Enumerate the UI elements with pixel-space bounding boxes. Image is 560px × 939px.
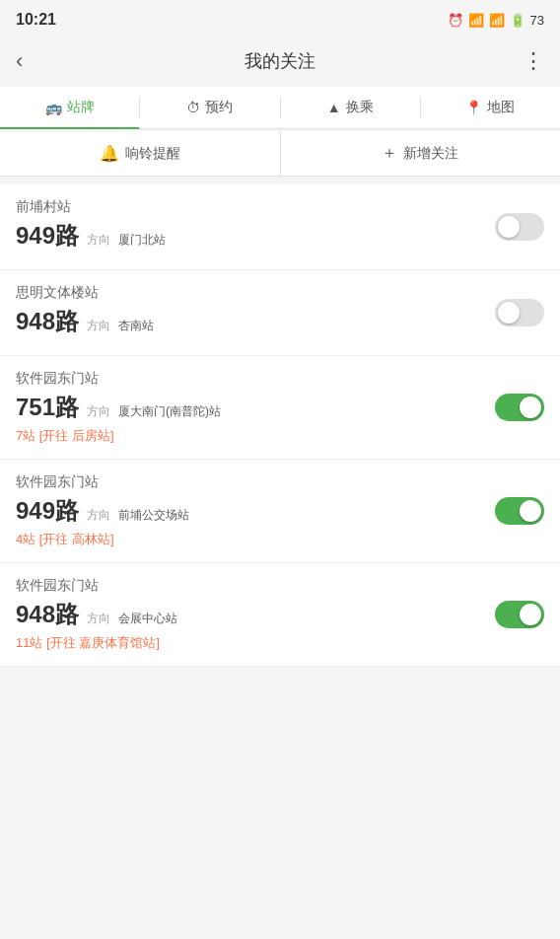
list-item: 软件园东门站949路方向前埔公交场站4站 [开往 高林站] <box>0 460 560 563</box>
tab-reservation[interactable]: ⏱ 预约 <box>140 87 279 128</box>
tab-stations-label: 站牌 <box>67 99 95 116</box>
list-item: 思明文体楼站948路方向杏南站 <box>0 270 560 356</box>
item-direction-label-1: 方向 <box>87 232 110 249</box>
item-status-4: 4站 [开往 高林站] <box>16 531 483 548</box>
signal-icon: 📶 <box>489 13 505 28</box>
status-time: 10:21 <box>16 11 56 29</box>
item-direction-label-3: 方向 <box>87 403 110 420</box>
tab-transfer-label: 换乘 <box>346 99 374 116</box>
item-status-5: 11站 [开往 嘉庚体育馆站] <box>16 634 483 652</box>
bell-reminder-button[interactable]: 🔔 响铃提醒 <box>0 131 281 176</box>
item-content-4: 软件园东门站949路方向前埔公交场站4站 [开往 高林站] <box>16 473 483 548</box>
item-direction-label-4: 方向 <box>87 507 110 524</box>
item-content-2: 思明文体楼站948路方向杏南站 <box>16 284 483 341</box>
item-direction-3: 厦大南门(南普陀)站 <box>118 403 221 420</box>
tab-map-label: 地图 <box>487 99 515 116</box>
item-station-4: 软件园东门站 <box>16 473 483 491</box>
item-route-row-2: 948路方向杏南站 <box>16 306 483 337</box>
toggle-3[interactable] <box>495 394 544 421</box>
item-direction-4: 前埔公交场站 <box>118 507 189 524</box>
item-route-row-3: 751路方向厦大南门(南普陀)站 <box>16 392 483 423</box>
bell-label: 响铃提醒 <box>125 145 180 163</box>
battery-icon: 🔋 <box>510 13 525 28</box>
item-route-row-1: 949路方向厦门北站 <box>16 220 483 252</box>
item-content-3: 软件园东门站751路方向厦大南门(南普陀)站7站 [开往 后房站] <box>16 370 483 445</box>
item-route-num-4: 949路 <box>16 495 79 527</box>
alarm-icon: ⏰ <box>448 13 463 28</box>
item-station-2: 思明文体楼站 <box>16 284 483 302</box>
back-button[interactable]: ‹ <box>16 48 47 74</box>
toggle-1[interactable] <box>495 213 544 241</box>
follow-list: 前埔村站949路方向厦门北站思明文体楼站948路方向杏南站软件园东门站751路方… <box>0 184 560 667</box>
toggle-knob-5 <box>520 604 541 625</box>
item-station-5: 软件园东门站 <box>16 577 483 595</box>
item-route-row-5: 948路方向会展中心站 <box>16 599 483 630</box>
item-direction-label-2: 方向 <box>87 318 110 334</box>
toggle-knob-2 <box>498 302 520 324</box>
action-bar: 🔔 响铃提醒 ＋ 新增关注 <box>0 131 560 177</box>
status-icons: ⏰ 📶 📶 🔋 73 <box>448 13 544 28</box>
page-title: 我的关注 <box>245 49 315 73</box>
toggle-knob-3 <box>520 397 541 418</box>
tab-reservation-label: 预约 <box>205 99 233 116</box>
toggle-4[interactable] <box>495 497 544 525</box>
tab-stations[interactable]: 🚌 站牌 <box>0 87 139 128</box>
battery-level: 73 <box>530 13 544 28</box>
item-route-num-2: 948路 <box>16 306 79 337</box>
item-route-row-4: 949路方向前埔公交场站 <box>16 495 483 527</box>
map-icon: 📍 <box>465 100 482 115</box>
item-route-num-1: 949路 <box>16 220 79 252</box>
list-item: 软件园东门站948路方向会展中心站11站 [开往 嘉庚体育馆站] <box>0 563 560 667</box>
toggle-knob-1 <box>498 216 520 238</box>
item-direction-label-5: 方向 <box>87 611 110 627</box>
list-item: 软件园东门站751路方向厦大南门(南普陀)站7站 [开往 后房站] <box>0 356 560 460</box>
transfer-icon: ▲ <box>327 100 341 115</box>
add-icon: ＋ <box>382 143 397 164</box>
item-content-5: 软件园东门站948路方向会展中心站11站 [开往 嘉庚体育馆站] <box>16 577 483 652</box>
status-bar: 10:21 ⏰ 📶 📶 🔋 73 <box>0 0 560 36</box>
item-route-num-5: 948路 <box>16 599 79 630</box>
stations-icon: 🚌 <box>45 100 62 115</box>
toggle-knob-4 <box>520 500 541 522</box>
wifi-icon: 📶 <box>468 13 484 28</box>
item-content-1: 前埔村站949路方向厦门北站 <box>16 198 483 255</box>
reservation-icon: ⏱ <box>186 100 200 115</box>
tab-transfer[interactable]: ▲ 换乘 <box>281 87 420 128</box>
item-direction-5: 会展中心站 <box>118 611 177 627</box>
list-item: 前埔村站949路方向厦门北站 <box>0 184 560 270</box>
header: ‹ 我的关注 ⋮ <box>0 36 560 87</box>
item-station-1: 前埔村站 <box>16 198 483 216</box>
bell-icon: 🔔 <box>100 144 119 163</box>
item-status-3: 7站 [开往 后房站] <box>16 427 483 445</box>
add-label: 新增关注 <box>403 145 458 163</box>
toggle-2[interactable] <box>495 299 544 326</box>
tab-map[interactable]: 📍 地图 <box>421 87 560 128</box>
item-direction-2: 杏南站 <box>118 318 154 334</box>
tab-bar: 🚌 站牌 ⏱ 预约 ▲ 换乘 📍 地图 <box>0 87 560 129</box>
item-direction-1: 厦门北站 <box>118 232 166 249</box>
item-route-num-3: 751路 <box>16 392 79 423</box>
toggle-5[interactable] <box>495 601 544 628</box>
item-station-3: 软件园东门站 <box>16 370 483 388</box>
more-button[interactable]: ⋮ <box>513 48 544 74</box>
add-follow-button[interactable]: ＋ 新增关注 <box>281 131 561 176</box>
